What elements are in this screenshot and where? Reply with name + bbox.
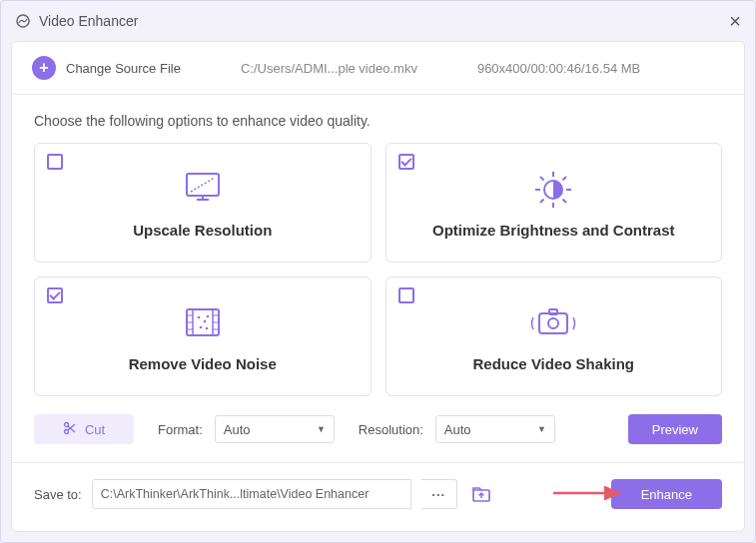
window-title: Video Enhancer <box>39 13 138 29</box>
resolution-dropdown[interactable]: Auto <box>435 415 555 443</box>
scissors-icon <box>63 421 77 438</box>
enhance-button[interactable]: Enhance <box>611 479 722 509</box>
checkbox-shaking[interactable] <box>398 287 414 303</box>
titlebar: Video Enhancer × <box>1 1 755 41</box>
option-label: Optimize Brightness and Contrast <box>432 222 675 239</box>
open-folder-button[interactable] <box>467 480 495 508</box>
footer-row: Save to: C:\ArkThinker\ArkThink...ltimat… <box>12 463 744 525</box>
svg-point-27 <box>205 326 208 329</box>
save-to-label: Save to: <box>34 487 82 502</box>
save-path-value: C:\ArkThinker\ArkThink...ltimate\Video E… <box>101 487 370 501</box>
svg-point-25 <box>199 325 202 328</box>
source-fileinfo: 960x400/00:00:46/16.54 MB <box>477 61 640 76</box>
svg-line-2 <box>191 178 215 192</box>
resolution-label: Resolution: <box>359 422 423 437</box>
svg-line-12 <box>563 177 567 181</box>
option-label: Remove Video Noise <box>129 355 277 372</box>
noise-icon <box>179 301 227 345</box>
svg-line-11 <box>563 199 567 203</box>
svg-point-23 <box>197 315 200 318</box>
folder-icon <box>471 485 491 503</box>
options-grid: Upscale Resolution Optimize Brightness a… <box>12 143 744 396</box>
add-source-button[interactable]: + <box>32 56 56 80</box>
checkbox-upscale[interactable] <box>47 154 63 170</box>
preview-button[interactable]: Preview <box>628 414 722 444</box>
checkbox-noise[interactable] <box>47 287 63 303</box>
svg-point-30 <box>548 318 558 328</box>
source-header: + Change Source File C:/Users/ADMI...ple… <box>12 42 744 95</box>
svg-point-31 <box>64 422 68 426</box>
main-panel: + Change Source File C:/Users/ADMI...ple… <box>11 41 745 532</box>
svg-rect-29 <box>549 309 557 314</box>
browse-button[interactable]: ··· <box>421 479 457 509</box>
upscale-icon <box>179 168 227 212</box>
svg-rect-28 <box>539 313 567 333</box>
format-dropdown[interactable]: Auto <box>215 415 335 443</box>
option-reduce-shaking[interactable]: Reduce Video Shaking <box>385 276 723 396</box>
checkbox-brightness[interactable] <box>398 154 414 170</box>
option-label: Reduce Video Shaking <box>473 355 634 372</box>
shaking-icon <box>527 301 579 345</box>
close-button[interactable]: × <box>729 10 741 33</box>
option-brightness-contrast[interactable]: Optimize Brightness and Contrast <box>385 143 723 263</box>
option-label: Upscale Resolution <box>133 222 272 239</box>
source-filepath: C:/Users/ADMI...ple video.mkv <box>241 61 417 76</box>
option-remove-noise[interactable]: Remove Video Noise <box>34 276 372 396</box>
cut-label: Cut <box>85 422 105 437</box>
svg-line-10 <box>540 177 544 181</box>
app-window: Video Enhancer × + Change Source File C:… <box>0 0 756 543</box>
controls-row: Cut Format: Auto Resolution: Auto Previe… <box>12 396 744 444</box>
brightness-icon <box>529 168 577 212</box>
change-source-link[interactable]: Change Source File <box>66 61 181 76</box>
resolution-value: Auto <box>444 422 471 437</box>
format-value: Auto <box>224 422 251 437</box>
svg-point-24 <box>203 319 206 322</box>
option-upscale-resolution[interactable]: Upscale Resolution <box>34 143 372 263</box>
app-icon <box>15 13 31 29</box>
svg-point-32 <box>64 429 68 433</box>
save-path-input[interactable]: C:\ArkThinker\ArkThink...ltimate\Video E… <box>92 479 411 509</box>
format-label: Format: <box>158 422 203 437</box>
cut-button[interactable]: Cut <box>34 414 134 444</box>
svg-point-26 <box>206 314 209 317</box>
svg-line-13 <box>540 199 544 203</box>
instruction-text: Choose the following options to enhance … <box>12 95 744 143</box>
